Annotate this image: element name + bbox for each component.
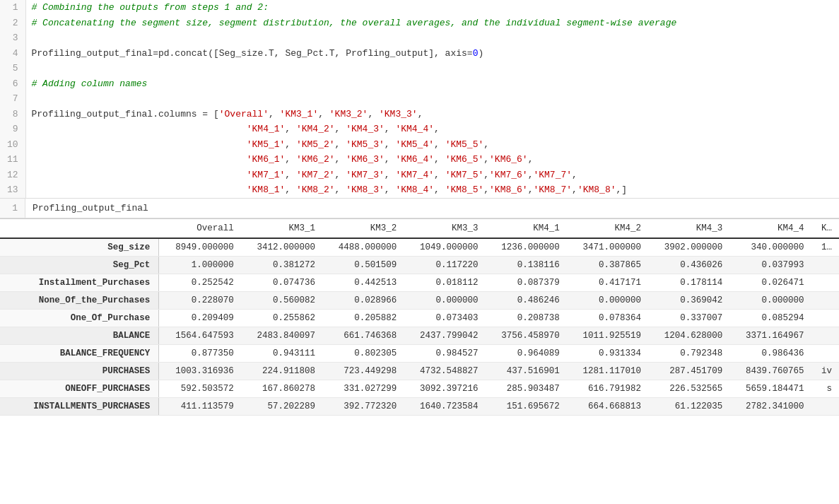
output-text: Profling_output_final: [25, 199, 156, 218]
table-row: BALANCE1564.6475932483.840097661.7463682…: [0, 327, 839, 344]
cell-value: 0.931334: [567, 344, 648, 362]
cell-value: 3471.000000: [567, 238, 648, 257]
cell-value: 0.255862: [241, 309, 322, 327]
column-header: KM4_1: [486, 218, 567, 238]
line-content: 'KM6_1', 'KM6_2', 'KM6_3', 'KM6_4', 'KM6…: [25, 152, 839, 168]
cell-value: 1204.628000: [648, 327, 729, 344]
cell-value: 0.026471: [729, 274, 811, 291]
line-number: 4: [0, 46, 25, 61]
cell-value: 0.178114: [648, 274, 729, 291]
cell-value: [811, 327, 839, 344]
cell-value: 3412.000000: [241, 238, 322, 257]
cell-value: 0.000000: [404, 291, 485, 309]
cell-value: 0.486246: [486, 291, 567, 309]
cell-value: 664.668813: [567, 397, 648, 415]
code-line: 5: [0, 61, 839, 76]
table-row: Installment_Purchases0.2525420.0747360.4…: [0, 274, 839, 291]
cell-value: [811, 344, 839, 362]
code-line: 4Profiling_output_final=pd.concat([Seg_s…: [0, 46, 839, 61]
line-number: 12: [0, 168, 25, 183]
row-label: One_Of_Purchase: [0, 309, 159, 327]
output-block: 1 Profling_output_final: [0, 199, 839, 218]
cell-value: 616.791982: [567, 380, 648, 397]
cell-value: 0.369042: [648, 291, 729, 309]
column-header: KM3_1: [241, 218, 322, 238]
data-table: OverallKM3_1KM3_2KM3_3KM4_1KM4_2KM4_3KM4…: [0, 218, 839, 416]
cell-value: 1011.925519: [567, 327, 648, 344]
line-number: 1: [0, 0, 25, 16]
cell-value: 8439.760765: [729, 362, 811, 380]
cell-value: [811, 256, 839, 274]
cell-value: 0.986436: [729, 344, 811, 362]
line-number: 13: [0, 182, 25, 198]
cell-value: 0.337007: [648, 309, 729, 327]
cell-value: 4488.000000: [322, 238, 404, 257]
cell-value: 2483.840097: [241, 327, 322, 344]
table-row: INSTALLMENTS_PURCHASES411.11357957.20228…: [0, 397, 839, 415]
cell-value: iv: [811, 362, 839, 380]
code-line: 10 'KM5_1', 'KM5_2', 'KM5_3', 'KM5_4', '…: [0, 137, 839, 153]
line-number: 2: [0, 16, 25, 31]
notebook-container: 1# Combining the outputs from steps 1 an…: [0, 0, 839, 416]
code-line: 9 'KM4_1', 'KM4_2', 'KM4_3', 'KM4_4',: [0, 122, 839, 137]
cell-value: 0.208738: [486, 309, 567, 327]
column-header: KM4_2: [567, 218, 648, 238]
cell-value: 0.000000: [567, 291, 648, 309]
cell-value: 0.074736: [241, 274, 322, 291]
output-line: 1 Profling_output_final: [0, 199, 839, 218]
cell-value: [811, 274, 839, 291]
cell-value: [811, 291, 839, 309]
cell-value: 5659.184471: [729, 380, 811, 397]
line-number: 10: [0, 137, 25, 153]
code-line: 2# Concatenating the segment size, segme…: [0, 16, 839, 31]
column-header: Overall: [159, 218, 241, 238]
line-number: 9: [0, 122, 25, 137]
cell-value: 0.792348: [648, 344, 729, 362]
row-label: INSTALLMENTS_PURCHASES: [0, 397, 159, 415]
line-content: 'KM7_1', 'KM7_2', 'KM7_3', 'KM7_4', 'KM7…: [25, 168, 839, 183]
cell-value: 0.138116: [486, 256, 567, 274]
cell-value: 151.695672: [486, 397, 567, 415]
table-row: One_Of_Purchase0.2094090.2558620.2058820…: [0, 309, 839, 327]
cell-value: 0.205882: [322, 309, 404, 327]
column-header: KM3_3: [404, 218, 485, 238]
table-row: ONEOFF_PURCHASES592.503572167.860278331.…: [0, 380, 839, 397]
column-header: K…: [811, 218, 839, 238]
line-content: # Adding column names: [25, 76, 839, 92]
cell-value: 411.113579: [159, 397, 241, 415]
cell-value: 0.037993: [729, 256, 811, 274]
line-content: 'KM8_1', 'KM8_2', 'KM8_3', 'KM8_4', 'KM8…: [25, 182, 839, 198]
table-row: PURCHASES1003.316936224.911808723.449298…: [0, 362, 839, 380]
cell-value: 0.000000: [729, 291, 811, 309]
row-label: ONEOFF_PURCHASES: [0, 380, 159, 397]
code-table: 1# Combining the outputs from steps 1 an…: [0, 0, 839, 198]
line-content: [25, 91, 839, 107]
cell-value: 3092.397216: [404, 380, 485, 397]
row-label: BALANCE_FREQUENCY: [0, 344, 159, 362]
cell-value: 224.911808: [241, 362, 322, 380]
row-label: None_Of_the_Purchases: [0, 291, 159, 309]
row-label: PURCHASES: [0, 362, 159, 380]
row-label: Seg_size: [0, 238, 159, 257]
code-line: 6# Adding column names: [0, 76, 839, 92]
cell-value: 0.087379: [486, 274, 567, 291]
line-content: Profiling_output_final.columns = ['Overa…: [25, 107, 839, 122]
code-line: 8Profiling_output_final.columns = ['Over…: [0, 107, 839, 122]
cell-value: 0.560082: [241, 291, 322, 309]
cell-value: 340.000000: [729, 238, 811, 257]
data-table-container: OverallKM3_1KM3_2KM3_3KM4_1KM4_2KM4_3KM4…: [0, 218, 839, 416]
cell-value: 1640.723584: [404, 397, 485, 415]
cell-value: 0.117220: [404, 256, 485, 274]
cell-value: 0.436026: [648, 256, 729, 274]
cell-value: 331.027299: [322, 380, 404, 397]
code-line: 7: [0, 91, 839, 107]
row-label: BALANCE: [0, 327, 159, 344]
cell-value: 61.122035: [648, 397, 729, 415]
column-header: KM4_3: [648, 218, 729, 238]
table-header-row: OverallKM3_1KM3_2KM3_3KM4_1KM4_2KM4_3KM4…: [0, 218, 839, 238]
cell-value: 0.018112: [404, 274, 485, 291]
cell-value: 1049.000000: [404, 238, 485, 257]
code-line: 3: [0, 30, 839, 46]
cell-value: 3902.000000: [648, 238, 729, 257]
cell-value: 0.877350: [159, 344, 241, 362]
